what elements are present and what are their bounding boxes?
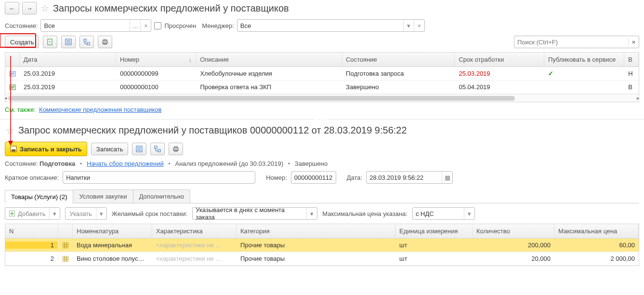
status-analysis: Анализ предложений (до 30.03.2019) bbox=[175, 160, 283, 167]
specify-button[interactable]: Указать ▾ bbox=[65, 207, 106, 220]
cell-price: 2 000,00 bbox=[554, 255, 639, 262]
tree-button[interactable] bbox=[79, 36, 94, 48]
cell-number: 00000000100 bbox=[116, 83, 196, 91]
tab-extra[interactable]: Дополнительно bbox=[133, 189, 191, 203]
horizontal-scrollbar[interactable]: ◂▸ bbox=[5, 94, 639, 102]
cell-price: 60,00 bbox=[554, 241, 639, 249]
chevron-down-icon[interactable]: ▾ bbox=[49, 208, 60, 219]
col-last[interactable]: В bbox=[624, 53, 639, 67]
table-plus-icon bbox=[9, 211, 15, 216]
overdue-label: Просрочен bbox=[164, 22, 196, 29]
table-header: Дата Номер↓ Описание Состояние Срок отра… bbox=[5, 53, 639, 67]
splitter[interactable] bbox=[0, 119, 644, 122]
date-input[interactable]: 28.03.2019 9:56:22 ▦ bbox=[366, 171, 453, 184]
table-row[interactable]: 25.03.201900000000100Проверка ответа на … bbox=[5, 80, 639, 94]
chevron-down-icon[interactable]: ▾ bbox=[96, 208, 106, 219]
page-title: Запросы коммерческих предложений у поста… bbox=[53, 3, 289, 14]
grid-row[interactable]: 1Вода минеральная<характеристики не …Про… bbox=[5, 239, 639, 252]
gcol-nomen[interactable]: Номенклатура bbox=[73, 224, 152, 238]
create-button[interactable]: Создать bbox=[5, 36, 39, 48]
cell-nomen: Вода минеральная bbox=[73, 241, 152, 249]
status-start-link[interactable]: Начать сбор предложений bbox=[87, 160, 164, 167]
cell-unit: шт bbox=[395, 255, 473, 262]
save-and-close-button[interactable]: Записать и закрыть bbox=[5, 142, 87, 156]
gcol-n[interactable]: N bbox=[5, 224, 58, 238]
clear-icon[interactable]: × bbox=[140, 20, 151, 31]
requests-table: Дата Номер↓ Описание Состояние Срок отра… bbox=[5, 52, 639, 102]
nav-forward-button[interactable]: → bbox=[22, 2, 37, 14]
list-button[interactable] bbox=[61, 36, 76, 48]
cell-cat: Прочие товары bbox=[237, 241, 395, 249]
ellipsis-icon[interactable]: … bbox=[130, 20, 140, 31]
items-grid: N Номенклатура Характеристика Категория … bbox=[5, 224, 639, 266]
col-deadline[interactable]: Срок отработки bbox=[455, 53, 544, 67]
cell-n: 1 bbox=[5, 241, 58, 249]
col-number[interactable]: Номер↓ bbox=[116, 53, 196, 67]
manager-filter-label: Менеджер: bbox=[202, 22, 234, 29]
manager-filter-combo[interactable]: Все ▾ × bbox=[237, 19, 425, 32]
svg-text:+: + bbox=[49, 40, 51, 44]
chevron-down-icon[interactable]: ▾ bbox=[464, 208, 474, 219]
date-label: Дата: bbox=[347, 174, 362, 181]
search-input[interactable] bbox=[514, 39, 628, 46]
cell-last: Н bbox=[624, 70, 639, 77]
list-button[interactable] bbox=[132, 143, 146, 155]
search-field[interactable]: × bbox=[514, 36, 639, 48]
gcol-unit[interactable]: Единица измерения bbox=[395, 224, 473, 238]
gcol-cat[interactable]: Категория bbox=[237, 224, 395, 238]
save-button[interactable]: Записать bbox=[91, 143, 129, 155]
svg-rect-32 bbox=[174, 147, 177, 148]
chevron-down-icon[interactable]: ▾ bbox=[306, 208, 317, 219]
overdue-checkbox[interactable] bbox=[154, 22, 161, 29]
col-date[interactable]: Дата bbox=[20, 53, 116, 67]
list-icon bbox=[65, 39, 72, 45]
print-button[interactable] bbox=[98, 36, 112, 48]
cell-qty: 20,000 bbox=[473, 255, 554, 262]
cell-description: Проверка ответа на ЗКП bbox=[196, 83, 342, 91]
description-input[interactable]: Напитки bbox=[63, 171, 255, 184]
grid-row[interactable]: 2Вино столовое полус…<характеристики не … bbox=[5, 252, 639, 266]
price-mode-combo[interactable]: с НДС ▾ bbox=[412, 207, 475, 220]
col-state[interactable]: Состояние bbox=[342, 53, 455, 67]
save-icon bbox=[10, 146, 17, 152]
shipdate-combo[interactable]: Указывается в днях с момента заказа ▾ bbox=[192, 207, 317, 220]
add-button[interactable]: Добавить ▾ bbox=[5, 207, 60, 220]
col-publish[interactable]: Публиковать в сервисе bbox=[544, 53, 624, 67]
state-filter-combo[interactable]: Все … × bbox=[40, 19, 151, 32]
favorite-star-icon[interactable]: ☆ bbox=[5, 125, 15, 136]
tree-button[interactable] bbox=[150, 143, 165, 155]
clear-icon[interactable]: × bbox=[414, 20, 424, 31]
shipdate-label: Желаемый срок поставки: bbox=[112, 210, 187, 217]
tab-goods[interactable]: Товары (Услуги) (2) bbox=[5, 190, 73, 203]
table-row[interactable]: 25.03.201900000000099Хлебобулочные издел… bbox=[5, 67, 639, 80]
number-input[interactable]: 00000000112 bbox=[291, 171, 336, 184]
cell-date: 25.03.2019 bbox=[20, 83, 116, 91]
state-filter-label: Состояние: bbox=[5, 22, 38, 29]
arrow-left-icon: ← bbox=[9, 5, 15, 12]
table-icon bbox=[63, 256, 68, 262]
cell-number: 00000000099 bbox=[116, 70, 196, 77]
gcol-price[interactable]: Максимальная цена bbox=[554, 224, 639, 238]
see-also-link[interactable]: Коммерческие предложения поставщиков bbox=[39, 106, 161, 113]
cell-n: 2 bbox=[5, 255, 58, 262]
chevron-down-icon[interactable]: ▾ bbox=[403, 20, 414, 31]
cell-char: <характеристики не … bbox=[152, 241, 237, 249]
document-icon bbox=[9, 84, 16, 90]
gcol-qty[interactable]: Количество bbox=[473, 224, 554, 238]
gcol-char[interactable]: Характеристика bbox=[152, 224, 237, 238]
col-description[interactable]: Описание bbox=[196, 53, 342, 67]
table-icon bbox=[63, 242, 68, 248]
print-button[interactable] bbox=[169, 143, 183, 155]
copy-button[interactable]: + bbox=[43, 36, 57, 48]
tree-icon bbox=[83, 39, 90, 45]
status-current: Подготовка bbox=[39, 160, 75, 167]
number-label: Номер: bbox=[266, 174, 287, 181]
cell-deadline: 05.04.2019 bbox=[455, 83, 545, 91]
status-label: Состояние: bbox=[5, 160, 38, 167]
tab-terms[interactable]: Условия закупки bbox=[73, 189, 133, 203]
cell-date: 25.03.2019 bbox=[20, 70, 116, 77]
favorite-star-icon[interactable]: ☆ bbox=[39, 3, 50, 13]
nav-back-button[interactable]: ← bbox=[5, 2, 19, 14]
calendar-icon[interactable]: ▦ bbox=[442, 172, 452, 183]
clear-search-icon[interactable]: × bbox=[628, 39, 639, 46]
